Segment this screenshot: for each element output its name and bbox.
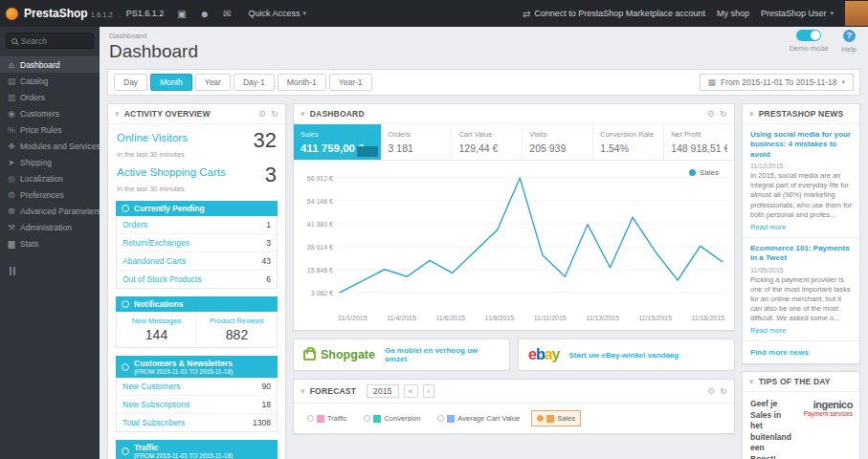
forecast-prev-button[interactable]: ‹ bbox=[423, 384, 435, 398]
sidebar-item-label: Modules and Services bbox=[20, 142, 100, 151]
news-article-title[interactable]: Using social media for your business: 4 … bbox=[750, 130, 852, 160]
ebay-link[interactable]: Start uw eBay-winkel vandaag bbox=[569, 351, 679, 360]
chart-legend[interactable]: Sales bbox=[689, 168, 719, 177]
total-subscribers-row[interactable]: Total Subscribers1308 bbox=[117, 414, 277, 431]
search-input[interactable] bbox=[21, 36, 88, 46]
user-avatar[interactable] bbox=[845, 1, 868, 26]
metric-traffic[interactable]: Traffic bbox=[301, 410, 352, 426]
pending-row-out-of-stock[interactable]: Out of Stock Products6 bbox=[117, 271, 277, 288]
sidebar-item-modules[interactable]: ❖Modules and Services bbox=[0, 138, 100, 154]
shop-name[interactable]: PS1.6.1.2 bbox=[126, 9, 165, 18]
new-customers-row[interactable]: New Customers90 bbox=[117, 378, 277, 396]
metric-average-cart-value[interactable]: Average Cart Value bbox=[432, 410, 525, 426]
sidebar-item-label: Orders bbox=[20, 93, 45, 102]
filter-day-button[interactable]: Day bbox=[114, 74, 147, 91]
traffic-header[interactable]: Traffic (FROM 2015-11-01 TO 2015-11-18) bbox=[116, 440, 278, 459]
forecast-panel: ▾ FORECAST 2015 « ‹ ⚙ ↻ Traffic bbox=[293, 379, 735, 434]
sidebar-collapse-button[interactable] bbox=[10, 267, 100, 277]
shopgate-promo[interactable]: Shopgate Ga mobiel en verhoog uw omzet bbox=[293, 339, 510, 371]
breadcrumb[interactable]: Dashboard bbox=[109, 32, 858, 40]
chevron-down-icon[interactable]: ▾ bbox=[749, 109, 754, 119]
new-messages-stat[interactable]: New Messages 144 bbox=[117, 312, 196, 347]
sidebar-item-label: Preferences bbox=[20, 190, 64, 200]
refresh-icon[interactable]: ↻ bbox=[271, 109, 278, 119]
gear-icon[interactable]: ⚙ bbox=[707, 386, 715, 396]
active-carts-label[interactable]: Active Shopping Carts bbox=[117, 166, 226, 179]
sidebar-item-customers[interactable]: ◉Customers bbox=[0, 105, 100, 121]
find-more-news-link[interactable]: Find more news bbox=[743, 341, 859, 363]
panel-title: PRESTASHOP NEWS bbox=[759, 109, 844, 119]
activity-overview-panel: ▾ ACTIVITY OVERVIEW ⚙ ↻ Online Visitors … bbox=[107, 103, 286, 459]
pending-row-abandoned-carts[interactable]: Abandoned Carts43 bbox=[117, 252, 277, 271]
kpi-sales[interactable]: Sales 411 759,00 € bbox=[294, 124, 382, 160]
sidebar-item-catalog[interactable]: ▤Catalog bbox=[0, 73, 100, 89]
forecast-year-select[interactable]: 2015 bbox=[367, 384, 399, 398]
read-more-link[interactable]: Read more bbox=[750, 223, 786, 231]
chevron-down-icon[interactable]: ▾ bbox=[300, 386, 305, 396]
sidebar-item-localization[interactable]: ◎Localization bbox=[0, 170, 100, 186]
filter-year-1-button[interactable]: Year-1 bbox=[329, 74, 372, 91]
help-icon[interactable]: ? bbox=[843, 30, 856, 42]
new-subscriptions-row[interactable]: New Subscriptions18 bbox=[117, 396, 277, 414]
kpi-visits[interactable]: Visits 205 939 bbox=[523, 124, 593, 160]
advanced-parameters-icon: ☸ bbox=[7, 207, 16, 216]
chevron-down-icon[interactable]: ▾ bbox=[115, 109, 120, 119]
read-more-link[interactable]: Read more bbox=[750, 326, 786, 335]
quick-access-menu[interactable]: Quick Access ▾ bbox=[249, 9, 307, 18]
filter-year-button[interactable]: Year bbox=[195, 74, 231, 91]
gear-icon[interactable]: ⚙ bbox=[707, 109, 715, 119]
gear-icon[interactable]: ⚙ bbox=[258, 109, 266, 119]
customers-newsletters-header[interactable]: Customers & Newsletters (FROM 2015-11-01… bbox=[116, 356, 278, 378]
chevron-down-icon[interactable]: ▾ bbox=[300, 109, 305, 119]
notifications-header[interactable]: Notifications bbox=[116, 296, 278, 312]
sidebar-item-price-rules[interactable]: %Price Rules bbox=[0, 121, 100, 138]
sidebar-item-shipping[interactable]: ➤Shipping bbox=[0, 154, 100, 170]
filter-month-button[interactable]: Month bbox=[150, 74, 192, 91]
demo-mode-label: Demo mode bbox=[790, 44, 829, 53]
product-reviews-stat[interactable]: Product Reviews 882 bbox=[196, 312, 277, 347]
series-dot-icon bbox=[689, 169, 696, 176]
refresh-icon[interactable]: ↻ bbox=[720, 386, 727, 396]
chevron-down-icon: ▾ bbox=[830, 10, 834, 17]
messages-icon[interactable]: ✉ bbox=[223, 9, 231, 19]
filter-month-1-button[interactable]: Month-1 bbox=[278, 74, 326, 91]
sidebar-item-orders[interactable]: ▥Orders bbox=[0, 89, 100, 105]
date-range-picker[interactable]: ▦ From 2015-11-01 To 2015-11-18 ▾ bbox=[700, 74, 854, 91]
orders-icon[interactable]: ▣ bbox=[177, 9, 186, 19]
filter-day-1-button[interactable]: Day-1 bbox=[234, 74, 275, 91]
online-visitors-label[interactable]: Online Visitors bbox=[117, 132, 188, 144]
pending-row-returns[interactable]: Return/Exchanges3 bbox=[117, 234, 277, 252]
kpi-label: Sales bbox=[300, 130, 374, 139]
refresh-icon[interactable]: ↻ bbox=[720, 109, 727, 119]
news-article-title[interactable]: Ecommerce 101: Payments in a Tweet bbox=[750, 244, 852, 264]
demo-mode-toggle[interactable] bbox=[796, 30, 821, 41]
news-article-date: 11/12/2015 bbox=[750, 163, 852, 169]
sidebar-item-stats[interactable]: ▆Stats bbox=[0, 235, 100, 251]
user-menu[interactable]: PrestaShop User ▾ bbox=[761, 9, 834, 18]
chevron-down-icon[interactable]: ▾ bbox=[749, 377, 754, 386]
ebay-promo[interactable]: ebay Start uw eBay-winkel vandaag bbox=[518, 339, 735, 371]
marketplace-link[interactable]: ⇄ Connect to PrestaShop Marketplace acco… bbox=[523, 9, 705, 19]
conversion-swatch-icon bbox=[373, 415, 381, 423]
radio-icon bbox=[437, 415, 444, 422]
customers-icon[interactable]: ☻ bbox=[200, 9, 211, 19]
shopgate-link[interactable]: Ga mobiel en verhoog uw omzet bbox=[385, 346, 500, 363]
metric-sales[interactable]: Sales bbox=[531, 410, 581, 426]
currently-pending-header[interactable]: Currently Pending bbox=[116, 201, 278, 216]
sidebar-item-dashboard[interactable]: ⌂Dashboard bbox=[0, 56, 100, 73]
sidebar-item-advanced-parameters[interactable]: ☸Advanced Parameters bbox=[0, 203, 100, 219]
sidebar-item-administration[interactable]: ⚒Administration bbox=[0, 219, 100, 235]
kpi-orders[interactable]: Orders 3 181 bbox=[382, 124, 453, 160]
news-article-excerpt: In 2015, social media are an integral pa… bbox=[750, 171, 852, 220]
kpi-net-profit[interactable]: Net Profit 148 918,51 € bbox=[664, 124, 734, 160]
my-shop-link[interactable]: My shop bbox=[717, 9, 749, 18]
kpi-value: 148 918,51 € bbox=[671, 142, 727, 154]
sidebar-item-preferences[interactable]: ⚙Preferences bbox=[0, 186, 100, 203]
pending-row-orders[interactable]: Orders1 bbox=[117, 216, 277, 234]
forecast-prev-fast-button[interactable]: « bbox=[404, 384, 418, 398]
kpi-conversion-rate[interactable]: Conversion Rate 1.54% bbox=[593, 124, 664, 160]
page-title: Dashboard bbox=[109, 41, 858, 62]
kpi-cart-value[interactable]: Cart Value 129,44 € bbox=[452, 124, 523, 160]
metric-conversion[interactable]: Conversion bbox=[358, 410, 426, 426]
prestashop-logo[interactable]: PrestaShop1.6.1.2 bbox=[24, 7, 113, 20]
